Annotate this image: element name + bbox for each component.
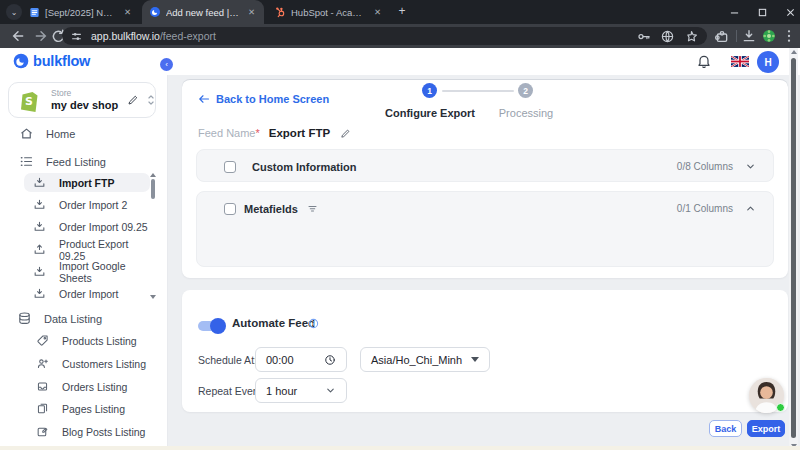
browser-forward-icon[interactable]: [33, 28, 49, 44]
info-icon[interactable]: [308, 318, 319, 329]
repeat-interval-select[interactable]: 1 hour: [255, 378, 347, 403]
browser-tab-1[interactable]: [Sept/2025] New content - Ha ✕: [22, 0, 140, 24]
sidebar-feed-import-google-sheets[interactable]: Import Google Sheets: [24, 262, 150, 281]
tab-close-icon[interactable]: ✕: [372, 7, 383, 17]
url-domain: app.bulkflow.io: [91, 30, 160, 42]
svg-text:S: S: [25, 95, 33, 108]
toggle-knob: [210, 318, 226, 334]
user-avatar[interactable]: H: [757, 51, 779, 73]
tab-search-button[interactable]: ⌄: [6, 4, 22, 20]
import-download-icon: [33, 265, 46, 278]
export-upload-icon: [33, 243, 46, 256]
passwords-key-icon[interactable]: [636, 29, 651, 44]
step-2-label: Processing: [471, 107, 581, 119]
store-selector[interactable]: S Store my dev shop: [8, 82, 156, 118]
page-scrollbar[interactable]: [789, 48, 798, 450]
browser-toolbar: app.bulkflow.io/feed-export: [0, 24, 800, 48]
step-2-indicator: 2: [518, 83, 533, 98]
sidebar-item-label: Data Listing: [44, 313, 102, 325]
notifications-bell-icon[interactable]: [696, 53, 712, 69]
timezone-select[interactable]: Asia/Ho_Chi_Minh: [360, 347, 490, 372]
sidebar-feed-order-import-0925[interactable]: Order Import 09.25: [24, 217, 150, 236]
configure-export-card: Back to Home Screen 1 2 Configure Export…: [182, 79, 788, 278]
back-button[interactable]: Back: [709, 420, 742, 437]
repeat-value: 1 hour: [266, 385, 297, 397]
sidebar-item-home[interactable]: Home: [0, 124, 168, 143]
schedule-time-input[interactable]: 00:00: [255, 347, 347, 372]
metafields-checkbox[interactable]: [224, 203, 236, 215]
scroll-up-arrow-icon[interactable]: [150, 173, 156, 177]
sidebar-item-orders-listing[interactable]: Orders Listing: [36, 377, 162, 396]
sidebar-feed-import-ftp[interactable]: Import FTP: [24, 173, 150, 192]
automate-feed-toggle[interactable]: [198, 321, 225, 331]
section-custom-information[interactable]: Custom Information 0/8 Columns: [196, 149, 774, 182]
sidebar-item-blog-posts-listing[interactable]: Blog Posts Listing: [36, 422, 162, 441]
browser-menu-kebab-icon[interactable]: [781, 28, 797, 44]
caret-down-icon: [471, 357, 479, 362]
browser-back-icon[interactable]: [10, 28, 26, 44]
sidebar-item-label: Feed Listing: [46, 156, 106, 168]
sidebar-item-products-listing[interactable]: Products Listing: [36, 331, 162, 350]
feed-name-label: Feed Name: [198, 127, 255, 139]
feed-list-scrollbar[interactable]: [150, 173, 155, 299]
scroll-up-arrow-icon[interactable]: [791, 50, 797, 54]
tab-title: [Sept/2025] New content - Ha: [45, 7, 117, 18]
site-settings-icon[interactable]: [70, 30, 83, 43]
sidebar-feed-order-import-2[interactable]: Order Import 2: [24, 195, 150, 214]
downloads-icon[interactable]: [741, 28, 757, 44]
export-button[interactable]: Export: [747, 420, 785, 437]
extensions-puzzle-icon[interactable]: [714, 28, 730, 44]
extension-avatar-icon[interactable]: [761, 28, 777, 44]
window-minimize-button[interactable]: [722, 0, 746, 24]
scroll-down-arrow-icon[interactable]: [150, 295, 156, 299]
sidebar-item-label: Products Listing: [62, 335, 137, 347]
back-to-home-link[interactable]: Back to Home Screen: [198, 93, 329, 105]
chevron-down-icon[interactable]: [745, 161, 756, 172]
sidebar-collapse-button[interactable]: ‹: [160, 58, 173, 71]
scrollbar-thumb[interactable]: [791, 58, 796, 438]
edit-feed-name-pencil-icon[interactable]: [340, 128, 351, 139]
bookmark-star-icon[interactable]: [684, 29, 699, 44]
person-plus-icon: [36, 357, 49, 370]
sidebar-item-customers-listing[interactable]: Customers Listing: [36, 354, 162, 373]
section-metafields[interactable]: Metafields 0/1 Columns: [196, 191, 774, 267]
tab-close-icon[interactable]: ✕: [246, 7, 257, 17]
feed-label: Product Export 09.25: [59, 238, 150, 262]
import-download-icon: [33, 198, 46, 211]
online-status-dot: [776, 403, 785, 412]
required-asterisk: *: [255, 127, 259, 139]
sidebar-item-label: Customers Listing: [62, 358, 146, 370]
language-flag-uk-icon[interactable]: [731, 56, 749, 67]
clock-icon[interactable]: [324, 354, 336, 366]
store-select-chevrons-icon: [146, 93, 156, 107]
back-link-label: Back to Home Screen: [216, 93, 329, 105]
feed-name-row: Feed Name* Export FTP: [198, 127, 351, 139]
translate-icon[interactable]: [660, 29, 675, 44]
sidebar-feed-order-import[interactable]: Order Import: [24, 284, 150, 303]
sidebar-item-label: Blog Posts Listing: [62, 426, 145, 438]
automate-feed-card: Automate Feed Schedule At: 00:00 Asia/Ho…: [182, 290, 788, 412]
bottom-strip: [0, 446, 800, 450]
screen: ⌄ [Sept/2025] New content - Ha ✕ Add new…: [0, 0, 800, 450]
new-tab-button[interactable]: +: [394, 4, 410, 20]
custom-information-checkbox[interactable]: [224, 161, 236, 173]
chevron-down-icon: [325, 385, 336, 396]
sidebar-item-data-listing[interactable]: Data Listing: [0, 309, 168, 328]
window-close-button[interactable]: [778, 0, 800, 24]
sidebar-item-pages-listing[interactable]: Pages Listing: [36, 399, 162, 418]
address-bar[interactable]: app.bulkflow.io/feed-export: [62, 27, 707, 45]
step-1-label: Configure Export: [375, 107, 485, 119]
sidebar-item-label: Orders Listing: [62, 381, 127, 393]
browser-tab-3[interactable]: HubSpot - Academy ✕: [268, 0, 390, 24]
chevron-up-icon[interactable]: [745, 203, 756, 214]
browser-tab-2-active[interactable]: Add new feed | Bulkflow ✕: [142, 0, 264, 24]
tab-close-icon[interactable]: ✕: [122, 7, 133, 17]
scrollbar-thumb[interactable]: [151, 179, 155, 199]
edit-store-pencil-icon[interactable]: [127, 94, 139, 106]
sidebar-feed-product-export-0925[interactable]: Product Export 09.25: [24, 240, 150, 259]
window-maximize-button[interactable]: [750, 0, 774, 24]
store-name: my dev shop: [51, 99, 118, 111]
sidebar-item-feed-listing[interactable]: Feed Listing: [0, 152, 168, 171]
feed-label: Order Import 09.25: [59, 221, 148, 233]
filter-icon[interactable]: [307, 203, 319, 215]
